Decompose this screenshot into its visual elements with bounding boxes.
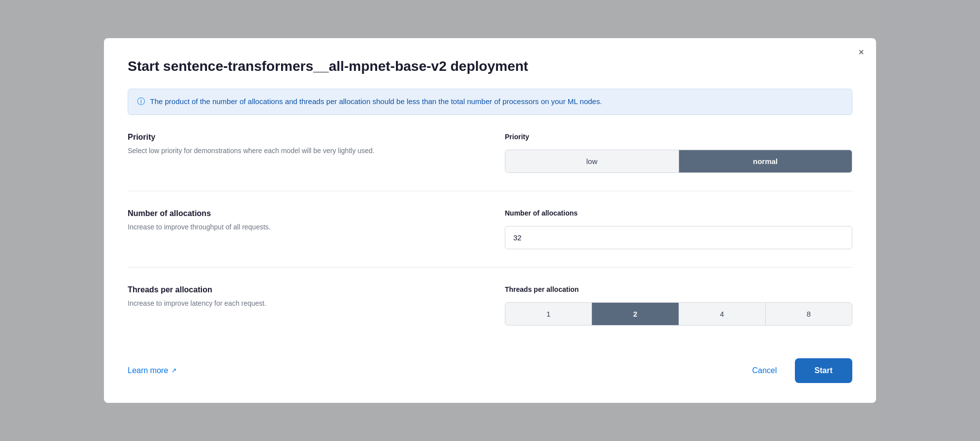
threads-1-button[interactable]: 1 <box>505 303 592 325</box>
allocations-right: Number of allocations <box>505 209 852 249</box>
info-banner-text: The product of the number of allocations… <box>150 96 602 108</box>
priority-field-label: Priority <box>505 133 852 141</box>
threads-8-button[interactable]: 8 <box>766 303 852 325</box>
threads-4-button[interactable]: 4 <box>679 303 766 325</box>
threads-2-button[interactable]: 2 <box>592 303 679 325</box>
priority-section: Priority Select low priority for demonst… <box>128 133 852 173</box>
threads-section-label: Threads per allocation <box>128 285 475 294</box>
footer-actions: Cancel Start <box>742 358 852 383</box>
threads-right: Threads per allocation 1 2 4 8 <box>505 285 852 326</box>
threads-section-desc: Increase to improve latency for each req… <box>128 298 475 309</box>
allocations-input[interactable] <box>505 226 852 249</box>
threads-section: Threads per allocation Increase to impro… <box>128 285 852 326</box>
allocations-section: Number of allocations Increase to improv… <box>128 209 852 249</box>
priority-section-label: Priority <box>128 133 475 142</box>
modal-overlay: × Start sentence-transformers__all-mpnet… <box>0 0 980 441</box>
cancel-button[interactable]: Cancel <box>742 360 787 381</box>
section-divider-2 <box>128 267 852 268</box>
allocations-section-label: Number of allocations <box>128 209 475 218</box>
start-button[interactable]: Start <box>795 358 852 383</box>
info-banner: ⓘ The product of the number of allocatio… <box>128 89 852 115</box>
external-link-icon: ↗ <box>171 367 177 374</box>
priority-low-button[interactable]: low <box>505 150 679 172</box>
threads-field-label: Threads per allocation <box>505 285 852 293</box>
threads-left: Threads per allocation Increase to impro… <box>128 285 475 309</box>
priority-toggle-group: low normal <box>505 150 852 173</box>
info-icon: ⓘ <box>137 97 145 107</box>
priority-normal-button[interactable]: normal <box>679 150 852 172</box>
modal-title: Start sentence-transformers__all-mpnet-b… <box>128 58 852 75</box>
learn-more-label: Learn more <box>128 366 168 375</box>
modal-footer: Learn more ↗ Cancel Start <box>128 343 852 383</box>
priority-section-desc: Select low priority for demonstrations w… <box>128 146 475 156</box>
allocations-field-label: Number of allocations <box>505 209 852 217</box>
close-button[interactable]: × <box>858 47 864 57</box>
allocations-left: Number of allocations Increase to improv… <box>128 209 475 232</box>
priority-right: Priority low normal <box>505 133 852 173</box>
modal-dialog: × Start sentence-transformers__all-mpnet… <box>104 38 876 402</box>
section-divider-1 <box>128 191 852 191</box>
learn-more-link[interactable]: Learn more ↗ <box>128 366 177 375</box>
allocations-section-desc: Increase to improve throughput of all re… <box>128 222 475 232</box>
threads-toggle-group: 1 2 4 8 <box>505 302 852 326</box>
priority-left: Priority Select low priority for demonst… <box>128 133 475 156</box>
